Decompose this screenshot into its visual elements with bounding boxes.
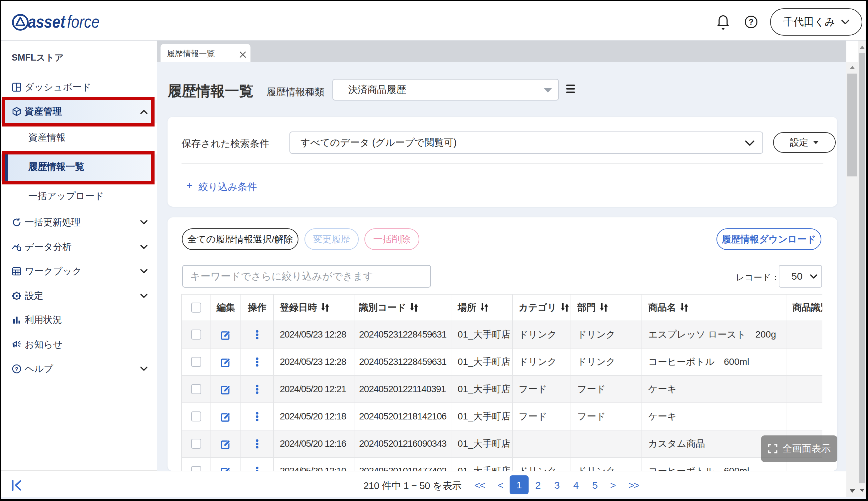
svg-text:?: ?: [749, 18, 753, 26]
svg-text:?: ?: [15, 366, 18, 373]
